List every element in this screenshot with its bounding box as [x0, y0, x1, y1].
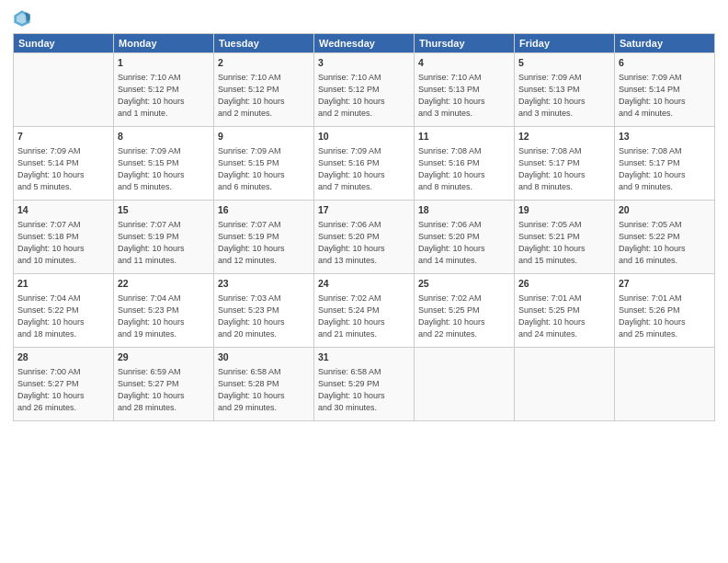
logo — [13, 9, 35, 28]
day-number: 24 — [318, 277, 410, 291]
calendar-cell — [515, 348, 615, 421]
day-number: 14 — [17, 203, 109, 217]
cell-content: Sunrise: 7:10 AMSunset: 5:13 PMDaylight:… — [418, 72, 510, 120]
calendar-cell: 31Sunrise: 6:58 AMSunset: 5:29 PMDayligh… — [314, 348, 415, 421]
day-number: 25 — [418, 277, 510, 291]
cell-content: Sunrise: 6:58 AMSunset: 5:29 PMDaylight:… — [318, 366, 410, 414]
cell-content: Sunrise: 7:07 AMSunset: 5:19 PMDaylight:… — [118, 219, 210, 267]
calendar-cell: 9Sunrise: 7:09 AMSunset: 5:15 PMDaylight… — [214, 127, 314, 201]
col-header-monday: Monday — [114, 34, 214, 53]
cell-content: Sunrise: 7:05 AMSunset: 5:21 PMDaylight:… — [518, 219, 610, 267]
cell-content: Sunrise: 7:02 AMSunset: 5:25 PMDaylight:… — [418, 293, 510, 340]
calendar-cell: 16Sunrise: 7:07 AMSunset: 5:19 PMDayligh… — [214, 201, 314, 274]
calendar-cell: 30Sunrise: 6:58 AMSunset: 5:28 PMDayligh… — [214, 348, 314, 421]
cell-content: Sunrise: 7:01 AMSunset: 5:25 PMDaylight:… — [518, 293, 610, 340]
calendar-cell: 17Sunrise: 7:06 AMSunset: 5:20 PMDayligh… — [314, 201, 415, 274]
cell-content: Sunrise: 7:09 AMSunset: 5:15 PMDaylight:… — [218, 145, 310, 193]
cell-content: Sunrise: 7:00 AMSunset: 5:27 PMDaylight:… — [17, 366, 109, 414]
calendar-cell: 1Sunrise: 7:10 AMSunset: 5:12 PMDaylight… — [114, 53, 214, 127]
col-header-tuesday: Tuesday — [214, 34, 314, 53]
calendar-cell: 18Sunrise: 7:06 AMSunset: 5:20 PMDayligh… — [415, 201, 515, 274]
logo-icon — [13, 9, 31, 28]
page: SundayMondayTuesdayWednesdayThursdayFrid… — [0, 0, 728, 563]
calendar-table: SundayMondayTuesdayWednesdayThursdayFrid… — [13, 33, 715, 421]
cell-content: Sunrise: 7:08 AMSunset: 5:17 PMDaylight:… — [518, 145, 610, 193]
day-number: 15 — [118, 203, 210, 217]
calendar-cell: 22Sunrise: 7:04 AMSunset: 5:23 PMDayligh… — [114, 274, 214, 348]
calendar-cell: 8Sunrise: 7:09 AMSunset: 5:15 PMDaylight… — [114, 127, 214, 201]
day-number: 30 — [218, 350, 310, 364]
day-number: 6 — [619, 56, 711, 70]
cell-content: Sunrise: 7:05 AMSunset: 5:22 PMDaylight:… — [619, 219, 711, 267]
cell-content: Sunrise: 7:06 AMSunset: 5:20 PMDaylight:… — [318, 219, 410, 267]
week-row-4: 21Sunrise: 7:04 AMSunset: 5:22 PMDayligh… — [14, 274, 715, 348]
calendar-cell: 2Sunrise: 7:10 AMSunset: 5:12 PMDaylight… — [214, 53, 314, 127]
day-number: 9 — [218, 130, 310, 144]
day-number: 3 — [318, 56, 410, 70]
calendar-cell: 23Sunrise: 7:03 AMSunset: 5:23 PMDayligh… — [214, 274, 314, 348]
day-number: 29 — [118, 350, 210, 364]
day-number: 7 — [17, 130, 109, 144]
day-number: 27 — [619, 277, 711, 291]
calendar-cell: 7Sunrise: 7:09 AMSunset: 5:14 PMDaylight… — [14, 127, 114, 201]
day-number: 17 — [318, 203, 410, 217]
week-row-3: 14Sunrise: 7:07 AMSunset: 5:18 PMDayligh… — [14, 201, 715, 274]
day-number: 22 — [118, 277, 210, 291]
calendar-cell: 24Sunrise: 7:02 AMSunset: 5:24 PMDayligh… — [314, 274, 415, 348]
col-header-thursday: Thursday — [415, 34, 515, 53]
week-row-2: 7Sunrise: 7:09 AMSunset: 5:14 PMDaylight… — [14, 127, 715, 201]
calendar-cell: 12Sunrise: 7:08 AMSunset: 5:17 PMDayligh… — [515, 127, 615, 201]
day-number: 1 — [118, 56, 210, 70]
cell-content: Sunrise: 7:09 AMSunset: 5:16 PMDaylight:… — [318, 145, 410, 193]
day-number: 23 — [218, 277, 310, 291]
cell-content: Sunrise: 7:04 AMSunset: 5:23 PMDaylight:… — [118, 293, 210, 340]
calendar-cell: 15Sunrise: 7:07 AMSunset: 5:19 PMDayligh… — [114, 201, 214, 274]
day-number: 28 — [17, 350, 109, 364]
cell-content: Sunrise: 7:03 AMSunset: 5:23 PMDaylight:… — [218, 293, 310, 340]
day-number: 12 — [518, 130, 610, 144]
cell-content: Sunrise: 7:10 AMSunset: 5:12 PMDaylight:… — [118, 72, 210, 120]
calendar-cell: 3Sunrise: 7:10 AMSunset: 5:12 PMDaylight… — [314, 53, 415, 127]
day-number: 26 — [518, 277, 610, 291]
calendar-cell: 11Sunrise: 7:08 AMSunset: 5:16 PMDayligh… — [415, 127, 515, 201]
calendar-cell: 6Sunrise: 7:09 AMSunset: 5:14 PMDaylight… — [615, 53, 715, 127]
calendar-cell: 4Sunrise: 7:10 AMSunset: 5:13 PMDaylight… — [415, 53, 515, 127]
calendar-cell: 5Sunrise: 7:09 AMSunset: 5:13 PMDaylight… — [515, 53, 615, 127]
cell-content: Sunrise: 7:08 AMSunset: 5:16 PMDaylight:… — [418, 145, 510, 193]
calendar-cell — [14, 53, 114, 127]
cell-content: Sunrise: 6:59 AMSunset: 5:27 PMDaylight:… — [118, 366, 210, 414]
cell-content: Sunrise: 6:58 AMSunset: 5:28 PMDaylight:… — [218, 366, 310, 414]
day-number: 20 — [619, 203, 711, 217]
cell-content: Sunrise: 7:09 AMSunset: 5:13 PMDaylight:… — [518, 72, 610, 120]
day-number: 10 — [318, 130, 410, 144]
cell-content: Sunrise: 7:09 AMSunset: 5:14 PMDaylight:… — [17, 145, 109, 193]
cell-content: Sunrise: 7:01 AMSunset: 5:26 PMDaylight:… — [619, 293, 711, 340]
cell-content: Sunrise: 7:07 AMSunset: 5:18 PMDaylight:… — [17, 219, 109, 267]
day-number: 16 — [218, 203, 310, 217]
cell-content: Sunrise: 7:06 AMSunset: 5:20 PMDaylight:… — [418, 219, 510, 267]
col-header-sunday: Sunday — [14, 34, 114, 53]
header-row: SundayMondayTuesdayWednesdayThursdayFrid… — [14, 34, 715, 53]
day-number: 13 — [619, 130, 711, 144]
week-row-1: 1Sunrise: 7:10 AMSunset: 5:12 PMDaylight… — [14, 53, 715, 127]
cell-content: Sunrise: 7:04 AMSunset: 5:22 PMDaylight:… — [17, 293, 109, 340]
day-number: 2 — [218, 56, 310, 70]
col-header-saturday: Saturday — [615, 34, 715, 53]
day-number: 8 — [118, 130, 210, 144]
cell-content: Sunrise: 7:07 AMSunset: 5:19 PMDaylight:… — [218, 219, 310, 267]
calendar-cell: 14Sunrise: 7:07 AMSunset: 5:18 PMDayligh… — [14, 201, 114, 274]
cell-content: Sunrise: 7:02 AMSunset: 5:24 PMDaylight:… — [318, 293, 410, 340]
header — [13, 9, 715, 28]
calendar-cell: 26Sunrise: 7:01 AMSunset: 5:25 PMDayligh… — [515, 274, 615, 348]
calendar-cell: 21Sunrise: 7:04 AMSunset: 5:22 PMDayligh… — [14, 274, 114, 348]
day-number: 19 — [518, 203, 610, 217]
day-number: 4 — [418, 56, 510, 70]
calendar-cell — [415, 348, 515, 421]
calendar-cell: 28Sunrise: 7:00 AMSunset: 5:27 PMDayligh… — [14, 348, 114, 421]
calendar-cell: 20Sunrise: 7:05 AMSunset: 5:22 PMDayligh… — [615, 201, 715, 274]
col-header-wednesday: Wednesday — [314, 34, 415, 53]
cell-content: Sunrise: 7:10 AMSunset: 5:12 PMDaylight:… — [218, 72, 310, 120]
calendar-cell: 19Sunrise: 7:05 AMSunset: 5:21 PMDayligh… — [515, 201, 615, 274]
cell-content: Sunrise: 7:09 AMSunset: 5:15 PMDaylight:… — [118, 145, 210, 193]
day-number: 31 — [318, 350, 410, 364]
